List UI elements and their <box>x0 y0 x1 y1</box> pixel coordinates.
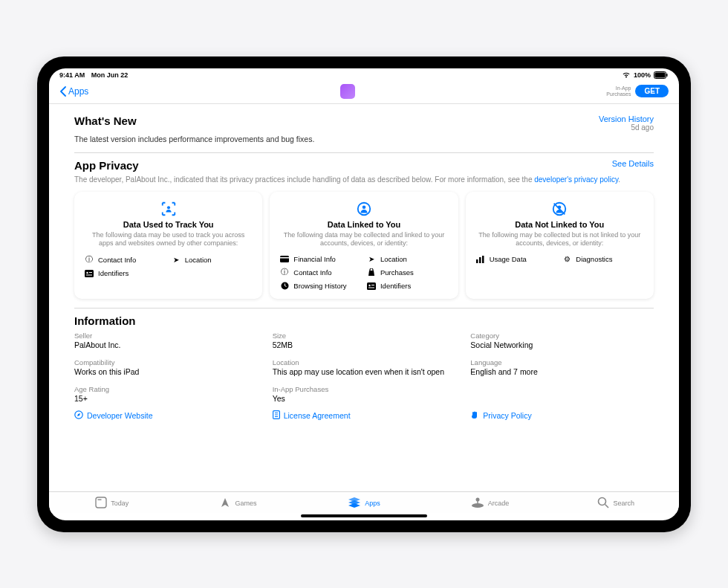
info-label: Seller <box>74 332 258 340</box>
svg-rect-4 <box>85 270 94 277</box>
linked-icon <box>280 201 447 217</box>
svg-rect-13 <box>367 282 376 290</box>
status-date: Mon Jun 22 <box>91 71 129 79</box>
info-item: Size52MB <box>273 332 456 349</box>
battery-percent: 100% <box>634 71 651 79</box>
card-not-linked[interactable]: Data Not Linked to You The following may… <box>466 192 654 300</box>
data-item-identifiers: Identifiers <box>367 282 448 290</box>
svg-point-31 <box>475 497 479 501</box>
nav-bar: Apps In-AppPurchases GET <box>49 81 679 104</box>
battery-icon <box>654 71 669 79</box>
info-icon: ⓘ <box>280 268 289 277</box>
data-item-identifiers: Identifiers <box>85 269 166 277</box>
link-label: Privacy Policy <box>483 411 531 420</box>
tab-label: Apps <box>365 500 380 507</box>
privacy-title: App Privacy <box>74 159 139 172</box>
link-label: Developer Website <box>87 411 153 420</box>
card-linked-to-you[interactable]: Data Linked to You The following data ma… <box>270 192 458 300</box>
data-item-browsing: Browsing History <box>280 282 361 290</box>
svg-rect-29 <box>98 499 102 500</box>
privacy-cards: Data Used to Track You The following dat… <box>74 192 654 300</box>
version-ago: 5d ago <box>599 123 654 132</box>
privacy-intro: The developer, PalAbout Inc., indicated … <box>74 175 654 184</box>
card-title: Data Used to Track You <box>85 220 252 229</box>
tab-arcade[interactable]: Arcade <box>427 497 553 510</box>
info-label: Compatibility <box>74 358 258 366</box>
app-icon[interactable] <box>340 84 355 99</box>
info-value: Works on this iPad <box>74 367 258 376</box>
info-label: Category <box>470 332 654 340</box>
id-icon <box>367 282 376 290</box>
info-link-developer-website[interactable]: Developer Website <box>74 410 258 421</box>
clock-icon <box>280 282 289 290</box>
svg-rect-16 <box>368 287 374 288</box>
information-title: Information <box>74 314 654 327</box>
tab-games[interactable]: Games <box>175 497 302 510</box>
data-item-contact: ⓘContact Info <box>280 268 361 277</box>
get-button[interactable]: GET <box>635 85 669 97</box>
information-section: Information SellerPalAbout Inc.Size52MBC… <box>74 308 654 430</box>
tab-apps[interactable]: Apps <box>301 497 427 510</box>
card-sub: The following data may be used to track … <box>85 231 252 248</box>
svg-line-33 <box>605 504 609 508</box>
back-button[interactable]: Apps <box>59 86 88 97</box>
data-item-financial: Financial Info <box>280 255 361 263</box>
info-value: 52MB <box>273 340 456 349</box>
data-item-location: ➤Location <box>172 255 253 265</box>
today-icon <box>95 497 107 510</box>
svg-rect-7 <box>86 274 92 275</box>
app-privacy-section: App Privacy See Details The developer, P… <box>74 152 654 308</box>
search-icon <box>597 497 609 510</box>
whats-new-section: What's New Version History 5d ago The la… <box>74 112 654 152</box>
svg-rect-22 <box>482 256 484 263</box>
svg-point-9 <box>363 205 366 209</box>
arcade-icon <box>471 497 484 510</box>
tab-label: Search <box>613 500 634 507</box>
info-label: Language <box>470 358 654 366</box>
content-scroll[interactable]: What's New Version History 5d ago The la… <box>49 104 679 491</box>
svg-rect-20 <box>476 259 478 263</box>
location-icon: ➤ <box>367 255 376 263</box>
svg-rect-6 <box>89 272 92 273</box>
wifi-icon <box>622 71 631 80</box>
tab-today[interactable]: Today <box>49 497 175 510</box>
info-value: 15+ <box>74 394 258 403</box>
svg-rect-11 <box>280 257 289 259</box>
not-linked-icon <box>476 201 643 217</box>
version-history-link[interactable]: Version History <box>599 114 654 123</box>
compass-icon <box>74 410 83 421</box>
info-label: In-App Purchases <box>273 385 456 393</box>
info-label: Location <box>273 358 456 366</box>
info-value: Social Networking <box>470 340 654 349</box>
apps-icon <box>348 497 361 510</box>
link-label: License Agreement <box>284 411 351 420</box>
see-details-link[interactable]: See Details <box>612 159 654 168</box>
privacy-policy-link[interactable]: developer's privacy policy <box>534 175 618 184</box>
info-item: CompatibilityWorks on this iPad <box>74 358 258 376</box>
info-item: SellerPalAbout Inc. <box>74 332 258 349</box>
gear-icon: ⚙ <box>562 255 571 263</box>
screen: 9:41 AM Mon Jun 22 100% Apps In-AppP <box>49 68 679 520</box>
data-item-diagnostics: ⚙Diagnostics <box>562 255 643 263</box>
svg-point-30 <box>472 503 484 508</box>
hand-icon <box>470 410 479 421</box>
card-sub: The following data may be collected and … <box>280 231 447 248</box>
info-link-license-agreement[interactable]: License Agreement <box>273 410 456 421</box>
card-sub: The following may be collected but is no… <box>476 231 643 248</box>
svg-point-32 <box>599 497 606 505</box>
tab-bar: TodayGamesAppsArcadeSearch <box>49 491 679 513</box>
card-title: Data Linked to You <box>280 220 447 229</box>
info-item: Age Rating15+ <box>74 385 258 403</box>
svg-rect-28 <box>96 497 106 508</box>
info-value: English and 7 more <box>470 367 654 376</box>
iap-label: In-AppPurchases <box>606 85 631 97</box>
whats-new-title: What's New <box>74 114 137 127</box>
ipad-device-frame: 9:41 AM Mon Jun 22 100% Apps In-AppP <box>37 56 691 532</box>
games-icon <box>219 497 231 510</box>
card-track-you[interactable]: Data Used to Track You The following dat… <box>74 192 262 300</box>
tab-search[interactable]: Search <box>553 497 679 510</box>
info-link-privacy-policy[interactable]: Privacy Policy <box>470 410 654 421</box>
home-indicator[interactable] <box>301 514 427 517</box>
back-label: Apps <box>68 86 88 97</box>
svg-rect-21 <box>479 257 481 263</box>
